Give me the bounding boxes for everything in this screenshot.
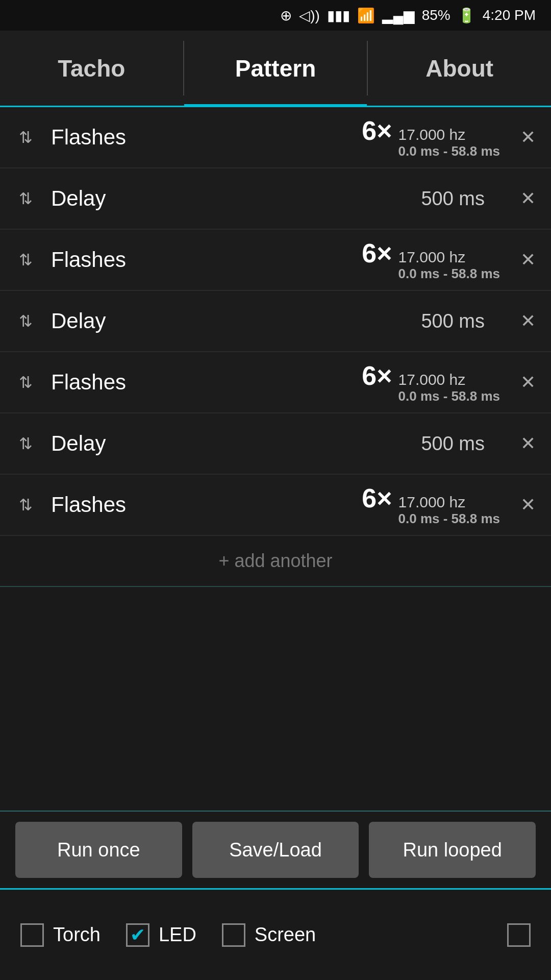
status-battery: 85% xyxy=(422,7,450,23)
drag-handle-1[interactable]: ⇅ xyxy=(10,189,41,208)
row-label-flashes-3: Flashes xyxy=(41,493,362,517)
status-vibrate-icon: ◁)) xyxy=(299,7,320,24)
led-checkbox-item[interactable]: ✔ LED xyxy=(126,923,196,947)
extra-checkbox[interactable] xyxy=(507,923,531,947)
close-button-0[interactable]: ✕ xyxy=(515,125,541,150)
row-label-delay-2: Delay xyxy=(41,431,421,456)
screen-checkbox[interactable] xyxy=(222,923,245,947)
updown-icon: ⇅ xyxy=(19,495,33,514)
row-value-flashes-1: 6× 17.000 hz 0.0 ms - 58.8 ms xyxy=(362,238,500,282)
close-button-2[interactable]: ✕ xyxy=(515,247,541,273)
status-bar: ⊕ ◁)) ▮▮▮ 📶 ▂▄▆ 85% 🔋 4:20 PM xyxy=(0,0,551,31)
row-label-delay-1: Delay xyxy=(41,309,421,333)
status-phone-icon: ▮▮▮ xyxy=(327,7,350,24)
updown-icon: ⇅ xyxy=(19,189,33,208)
drag-handle-6[interactable]: ⇅ xyxy=(10,495,41,514)
run-looped-button[interactable]: Run looped xyxy=(369,822,536,878)
tab-bar: Tacho Pattern About xyxy=(0,31,551,107)
close-button-6[interactable]: ✕ xyxy=(515,492,541,518)
status-signal-icon: ▂▄▆ xyxy=(382,7,415,24)
row-value-delay-0: 500 ms xyxy=(421,188,500,210)
row-value-flashes-0: 6× 17.000 hz 0.0 ms - 58.8 ms xyxy=(362,115,500,159)
freq-info-6: 17.000 hz 0.0 ms - 58.8 ms xyxy=(398,494,500,527)
close-button-5[interactable]: ✕ xyxy=(515,431,541,456)
list-item[interactable]: ⇅ Delay 500 ms ✕ xyxy=(0,168,551,230)
list-item[interactable]: ⇅ Flashes 6× 17.000 hz 0.0 ms - 58.8 ms … xyxy=(0,230,551,291)
row-label-delay-0: Delay xyxy=(41,186,421,211)
drag-handle-0[interactable]: ⇅ xyxy=(10,128,41,147)
status-battery-icon: 🔋 xyxy=(458,7,475,24)
screen-checkbox-item[interactable]: Screen xyxy=(222,923,316,947)
row-value-delay-2: 500 ms xyxy=(421,433,500,455)
tab-about[interactable]: About xyxy=(368,32,551,107)
led-checkbox[interactable]: ✔ xyxy=(126,923,149,947)
close-button-1[interactable]: ✕ xyxy=(515,186,541,211)
freq-info-0: 17.000 hz 0.0 ms - 58.8 ms xyxy=(398,126,500,159)
row-label-flashes-2: Flashes xyxy=(41,370,362,395)
torch-checkbox-item[interactable]: Torch xyxy=(20,923,101,947)
close-button-3[interactable]: ✕ xyxy=(515,308,541,334)
freq-info-2: 17.000 hz 0.0 ms - 58.8 ms xyxy=(398,249,500,282)
status-compass-icon: ⊕ xyxy=(280,7,292,24)
list-item[interactable]: ⇅ Flashes 6× 17.000 hz 0.0 ms - 58.8 ms … xyxy=(0,475,551,536)
updown-icon: ⇅ xyxy=(19,128,33,147)
row-value-flashes-2: 6× 17.000 hz 0.0 ms - 58.8 ms xyxy=(362,360,500,404)
save-load-button[interactable]: Save/Load xyxy=(192,822,359,878)
bottom-bar: Torch ✔ LED Screen xyxy=(0,888,551,980)
freq-info-4: 17.000 hz 0.0 ms - 58.8 ms xyxy=(398,371,500,404)
updown-icon: ⇅ xyxy=(19,373,33,392)
updown-icon: ⇅ xyxy=(19,434,33,453)
torch-checkbox[interactable] xyxy=(20,923,44,947)
status-wifi-icon: 📶 xyxy=(357,7,375,24)
torch-label: Torch xyxy=(53,924,101,946)
close-button-4[interactable]: ✕ xyxy=(515,370,541,395)
drag-handle-2[interactable]: ⇅ xyxy=(10,250,41,270)
checkmark-icon: ✔ xyxy=(130,924,145,946)
row-value-flashes-3: 6× 17.000 hz 0.0 ms - 58.8 ms xyxy=(362,483,500,527)
drag-handle-4[interactable]: ⇅ xyxy=(10,373,41,392)
drag-handle-3[interactable]: ⇅ xyxy=(10,311,41,331)
list-item[interactable]: ⇅ Delay 500 ms ✕ xyxy=(0,413,551,475)
row-label-flashes-0: Flashes xyxy=(41,125,362,150)
led-label: LED xyxy=(159,924,196,946)
add-another-button[interactable]: + add another xyxy=(0,536,551,587)
run-once-button[interactable]: Run once xyxy=(15,822,182,878)
row-label-flashes-1: Flashes xyxy=(41,248,362,272)
list-item[interactable]: ⇅ Flashes 6× 17.000 hz 0.0 ms - 58.8 ms … xyxy=(0,107,551,168)
bottom-buttons: Run once Save/Load Run looped xyxy=(0,811,551,888)
tab-tacho[interactable]: Tacho xyxy=(0,32,183,107)
list-item[interactable]: ⇅ Flashes 6× 17.000 hz 0.0 ms - 58.8 ms … xyxy=(0,352,551,413)
screen-label: Screen xyxy=(255,924,316,946)
pattern-list: ⇅ Flashes 6× 17.000 hz 0.0 ms - 58.8 ms … xyxy=(0,107,551,536)
row-value-delay-1: 500 ms xyxy=(421,310,500,332)
updown-icon: ⇅ xyxy=(19,311,33,331)
tab-pattern[interactable]: Pattern xyxy=(184,32,367,107)
list-item[interactable]: ⇅ Delay 500 ms ✕ xyxy=(0,291,551,352)
updown-icon: ⇅ xyxy=(19,250,33,270)
status-time: 4:20 PM xyxy=(483,7,536,23)
drag-handle-5[interactable]: ⇅ xyxy=(10,434,41,453)
